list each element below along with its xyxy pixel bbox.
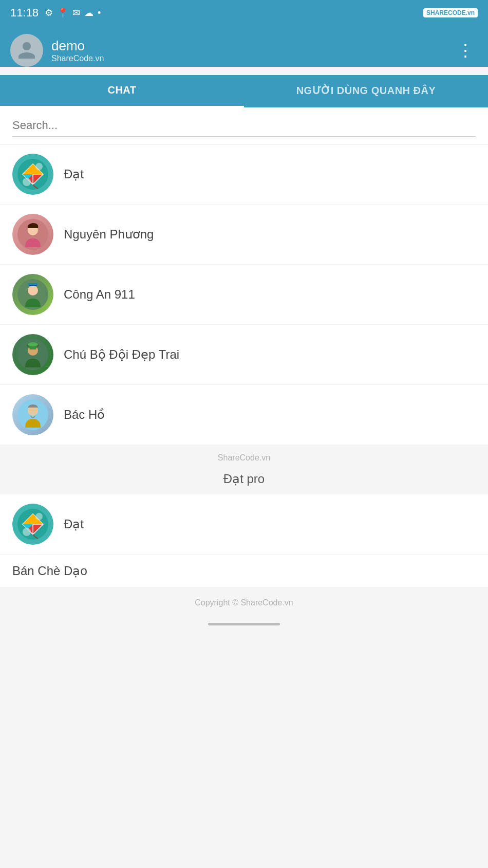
kite-icon [17,159,48,190]
chat-avatar-dat [12,154,53,195]
chat-avatar-dat2 [12,504,53,545]
chat-item[interactable]: Chú Bộ Đội Đẹp Trai [0,325,488,385]
soldier-icon [17,339,48,370]
chat-name-bacho: Bác Hồ [64,408,105,422]
chat-item[interactable]: Đạt [0,144,488,205]
chat-avatar-nguyen [12,214,53,255]
chat-name-nguyen: Nguyên Phương [64,227,154,242]
sharecode-logo: SHARECODE.vn [423,8,478,17]
footer: Copyright © ShareCode.vn [0,588,488,618]
search-container [0,107,488,144]
kite-icon-2 [17,509,48,540]
status-icons: ⚙ 📍 ✉ ☁ • [45,7,101,19]
svg-point-7 [23,178,31,186]
svg-marker-19 [29,346,37,349]
home-indicator [0,618,488,631]
location-icon: 📍 [57,7,68,19]
chat-item[interactable]: Nguyên Phương [0,205,488,265]
dot-icon: • [98,8,101,19]
chat-name-chubodoi: Chú Bộ Đội Đẹp Trai [64,347,179,362]
chat-item[interactable]: Bác Hồ [0,385,488,445]
header-subtitle: ShareCode.vn [51,54,104,63]
chat-avatar-bacho [12,394,53,435]
tab-chat[interactable]: CHAT [0,75,244,107]
app-header: demo ShareCode.vn ⋮ [0,26,488,67]
status-bar-left: 11:18 ⚙ 📍 ✉ ☁ • [10,6,101,20]
search-input[interactable] [12,115,476,137]
chat-item[interactable]: Bán Chè Dạo [0,555,488,588]
section-watermark: ShareCode.vn [218,453,270,463]
svg-point-12 [28,285,38,296]
svg-point-29 [23,528,31,536]
elder-icon [17,399,48,430]
svg-point-30 [35,513,43,520]
svg-rect-14 [28,283,38,285]
chat-name-dat: Đạt [64,167,84,181]
tab-bar: CHAT NGƯỜI DÙNG QUANH ĐÂY [0,75,488,107]
police-icon [17,279,48,310]
cloud-icon: ☁ [84,7,93,19]
chat-name-banchechay: Bán Chè Dạo [12,564,87,578]
section-header: ShareCode.vn Đạt pro [0,445,488,494]
person-female-icon [17,219,48,250]
section-title: Đạt pro [211,466,277,492]
user-avatar[interactable] [10,34,43,67]
tab-nearby[interactable]: NGƯỜI DÙNG QUANH ĐÂY [244,75,488,107]
status-time: 11:18 [10,6,39,20]
chat-name-congan: Công An 911 [64,287,135,302]
chat-avatar-congan [12,274,53,315]
chat-avatar-chubodoi [12,334,53,375]
header-left: demo ShareCode.vn [10,34,104,67]
svg-point-18 [28,342,38,346]
chat-list: Đạt Nguyên Phương Công An 911 [0,144,488,445]
chat-item[interactable]: Đạt [0,494,488,555]
footer-text: Copyright © ShareCode.vn [195,598,293,607]
header-username: demo [51,38,104,54]
home-bar [208,623,280,625]
user-avatar-icon [16,40,37,61]
status-bar-right: SHARECODE.vn [423,8,478,17]
status-bar: 11:18 ⚙ 📍 ✉ ☁ • SHARECODE.vn [0,0,488,26]
nearby-list: Đạt Bán Chè Dạo [0,494,488,588]
chat-name-dat2: Đạt [64,517,84,531]
svg-point-8 [35,163,43,170]
settings-icon: ⚙ [45,7,53,19]
header-info: demo ShareCode.vn [51,38,104,63]
chat-item[interactable]: Công An 911 [0,265,488,325]
more-options-button[interactable]: ⋮ [453,36,478,64]
email-icon: ✉ [72,7,80,19]
